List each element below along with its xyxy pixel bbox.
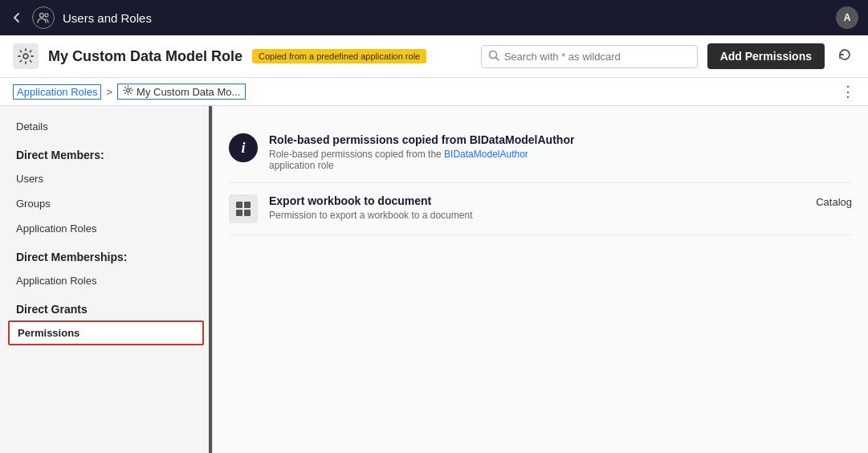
perm-category-2: Catalog (816, 194, 852, 208)
search-icon (488, 50, 499, 63)
role-header: My Custom Data Model Role Copied from a … (0, 35, 868, 78)
info-icon: i (229, 133, 258, 162)
user-avatar[interactable]: A (836, 6, 858, 29)
svg-point-0 (40, 14, 44, 18)
svg-rect-7 (236, 210, 242, 216)
perm-title-text-1: Role-based permissions copied from BIDat… (269, 133, 574, 146)
info-icon-text: i (241, 140, 245, 157)
sidebar-section-direct-memberships: Direct Memberships: (0, 241, 212, 268)
sidebar-item-users[interactable]: Users (0, 166, 212, 191)
sidebar: Details Direct Members: Users Groups App… (0, 106, 213, 453)
svg-point-2 (23, 54, 28, 59)
refresh-icon[interactable] (834, 44, 855, 69)
sidebar-item-permissions[interactable]: Permissions (8, 320, 204, 345)
workbook-icon (229, 194, 258, 223)
more-options-icon[interactable]: ⋮ (841, 83, 855, 100)
breadcrumb-bar: Application Roles > My Custom Data Mo...… (0, 78, 868, 106)
perm-desc-1: Role-based permissions copied from the B… (269, 149, 852, 171)
page-title: Users and Roles (63, 11, 828, 25)
breadcrumb-current-role: My Custom Data Mo... (117, 84, 246, 100)
back-button[interactable] (10, 10, 24, 25)
role-gear-icon (13, 43, 39, 69)
sidebar-item-details[interactable]: Details (0, 114, 212, 139)
main-content-area: Details Direct Members: Users Groups App… (0, 106, 868, 453)
perm-title-2: Export workbook to document (269, 194, 805, 207)
svg-rect-8 (244, 210, 251, 216)
breadcrumb-gear-icon (123, 85, 133, 98)
perm-desc-2: Permission to export a workbook to a doc… (269, 210, 805, 221)
permission-item-2: Export workbook to document Permission t… (229, 183, 852, 235)
search-input[interactable] (504, 51, 691, 63)
permission-item-1: i Role-based permissions copied from BID… (229, 122, 852, 183)
breadcrumb-separator: > (106, 86, 112, 98)
sidebar-section-direct-grants: Direct Grants (0, 293, 212, 320)
perm-desc-link[interactable]: BIDataModelAuthor (444, 149, 528, 160)
search-box[interactable] (481, 45, 698, 68)
breadcrumb-current-label: My Custom Data Mo... (137, 86, 240, 98)
sidebar-item-memberships-app-roles[interactable]: Application Roles (0, 268, 212, 293)
breadcrumb: Application Roles > My Custom Data Mo... (13, 84, 246, 100)
sidebar-item-app-roles[interactable]: Application Roles (0, 216, 212, 241)
role-title: My Custom Data Model Role (48, 48, 242, 65)
perm-details-2: Export workbook to document Permission t… (269, 194, 805, 221)
add-permissions-button[interactable]: Add Permissions (707, 43, 825, 69)
svg-rect-6 (244, 202, 251, 208)
permissions-content: i Role-based permissions copied from BID… (213, 106, 868, 453)
svg-rect-5 (236, 202, 242, 208)
users-roles-icon (32, 6, 55, 29)
sidebar-border (209, 106, 212, 453)
copied-badge: Copied from a predefined application rol… (252, 49, 426, 63)
svg-point-1 (45, 14, 48, 17)
sidebar-item-groups[interactable]: Groups (0, 191, 212, 216)
sidebar-section-direct-members: Direct Members: (0, 139, 212, 166)
svg-point-4 (127, 89, 130, 92)
perm-title-1: Role-based permissions copied from BIDat… (269, 133, 852, 146)
perm-details-1: Role-based permissions copied from BIDat… (269, 133, 852, 171)
top-navigation-bar: Users and Roles A (0, 0, 868, 35)
breadcrumb-app-roles-link[interactable]: Application Roles (13, 84, 101, 100)
